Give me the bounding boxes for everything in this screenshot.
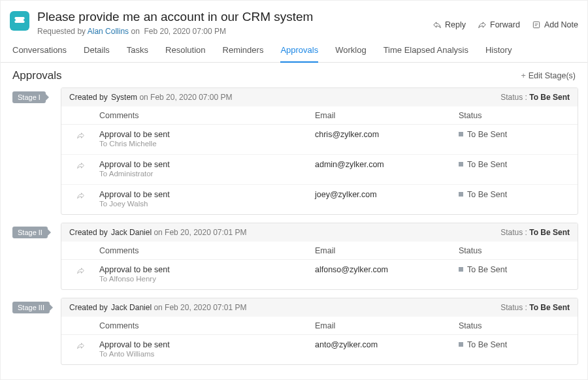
tabs-bar: ConversationsDetailsTasksResolutionRemin… [1,36,587,63]
reply-label: Reply [445,20,466,29]
send-icon[interactable] [61,130,99,142]
ticket-subtitle: Requested by Alan Collins on Feb 20, 202… [37,27,313,36]
stage: Stage IIICreated by Jack Daniel on Feb 2… [12,298,578,365]
approval-status: To Be Sent [459,340,570,349]
requested-on-label: on [131,27,139,36]
approval-email: chris@zylker.com [315,130,459,139]
approval-comment: Approval to be sentTo Chris Michelle [99,130,315,148]
stage-creator: Jack Daniel [111,303,152,312]
add-note-button[interactable]: Add Note [532,20,578,29]
approval-comment: Approval to be sentTo Administrator [99,160,315,178]
col-email: Email [315,246,459,255]
col-email: Email [315,321,459,330]
stage-status: Status : To Be Sent [500,228,570,237]
col-comments: Comments [99,111,315,120]
send-icon[interactable] [61,160,99,172]
section-title: Approvals [12,69,62,82]
approval-comment: Approval to be sentTo Anto Williams [99,340,315,358]
tab-approvals[interactable]: Approvals [280,45,318,63]
approval-email: joey@zylker.com [315,190,459,199]
tab-history[interactable]: History [485,45,512,62]
approval-status: To Be Sent [459,160,570,169]
approval-comment: Approval to be sentTo Joey Walsh [99,190,315,208]
stage-header: Created by Jack Daniel on Feb 20, 2020 0… [61,223,578,242]
requested-by-label: Requested by [37,27,86,36]
stage-on-label: on Feb 20, 2020 07:01 PM [154,303,246,312]
status-square-icon [459,192,463,197]
approval-recipient: To Alfonso Henry [99,275,315,283]
approval-row: Approval to be sentTo Administratoradmin… [61,155,578,185]
ticket-title: Please provide me an account in our CRM … [37,10,313,25]
col-status: Status [459,321,570,330]
stage-badge: Stage III [12,302,50,313]
status-square-icon [459,132,463,136]
created-by-label: Created by [69,228,108,237]
approval-status: To Be Sent [459,130,570,139]
stage-creator: System [111,93,137,102]
columns-header: CommentsEmailStatus [61,106,578,125]
send-icon[interactable] [61,190,99,202]
stages-container: Stage ICreated by System on Feb 20, 2020… [1,87,587,365]
col-status: Status [459,111,570,120]
approval-email: alfonso@zylker.com [315,265,459,274]
reply-icon [433,20,442,29]
approval-recipient: To Administrator [99,170,315,178]
tab-resolution[interactable]: Resolution [165,45,205,62]
note-icon [532,20,541,29]
status-square-icon [459,162,463,166]
approval-row: Approval to be sentTo Joey Walshjoey@zyl… [61,185,578,214]
send-icon[interactable] [61,265,99,277]
stage-header: Created by System on Feb 20, 2020 07:00 … [61,88,578,106]
tab-conversations[interactable]: Conversations [12,45,67,62]
send-icon[interactable] [61,340,99,352]
forward-button[interactable]: Forward [478,20,520,29]
col-email: Email [315,111,459,120]
stage-box: Created by Jack Daniel on Feb 20, 2020 0… [61,298,578,365]
stage-on-label: on Feb 20, 2020 07:01 PM [154,228,246,237]
status-square-icon [459,267,463,272]
stage-box: Created by System on Feb 20, 2020 07:00 … [61,87,578,215]
tab-reminders[interactable]: Reminders [223,45,264,62]
ticket-header: Please provide me an account in our CRM … [1,1,587,36]
approval-recipient: To Anto Williams [99,350,315,358]
approval-email: admin@zylker.com [315,160,459,169]
tab-worklog[interactable]: Worklog [335,45,366,62]
stage-status: Status : To Be Sent [500,93,570,102]
svg-rect-0 [533,22,539,27]
requester-link[interactable]: Alan Collins [88,27,129,36]
approval-comment: Approval to be sentTo Alfonso Henry [99,265,315,283]
columns-header: CommentsEmailStatus [61,242,578,260]
created-by-label: Created by [69,93,108,102]
status-square-icon [459,342,463,347]
stage-box: Created by Jack Daniel on Feb 20, 2020 0… [61,223,578,290]
stage-header: Created by Jack Daniel on Feb 20, 2020 0… [61,298,578,317]
reply-button[interactable]: Reply [433,20,466,29]
approval-row: Approval to be sentTo Alfonso Henryalfon… [61,260,578,289]
header-actions: Reply Forward Add Note [433,20,578,29]
approval-recipient: To Joey Walsh [99,200,315,208]
col-status: Status [459,246,570,255]
forward-icon [478,20,487,29]
stage: Stage ICreated by System on Feb 20, 2020… [12,87,578,215]
ticket-icon [10,11,29,31]
edit-stages-button[interactable]: Edit Stage(s) [521,71,576,80]
approval-row: Approval to be sentTo Anto Williamsanto@… [61,335,578,364]
tab-time-elapsed-analysis[interactable]: Time Elapsed Analysis [384,45,468,62]
col-comments: Comments [99,321,315,330]
approval-recipient: To Chris Michelle [99,140,315,148]
stage-creator: Jack Daniel [111,228,152,237]
stage-status: Status : To Be Sent [500,303,570,312]
approval-status: To Be Sent [459,265,570,274]
stage-on-label: on Feb 20, 2020 07:00 PM [139,93,232,102]
approval-status: To Be Sent [459,190,570,199]
stage: Stage IICreated by Jack Daniel on Feb 20… [12,223,578,290]
stage-badge: Stage I [12,91,46,103]
requested-date: Feb 20, 2020 07:00 PM [144,27,225,36]
approval-email: anto@zylker.com [315,340,459,349]
columns-header: CommentsEmailStatus [61,317,578,335]
col-comments: Comments [99,246,315,255]
forward-label: Forward [490,20,520,29]
tab-details[interactable]: Details [84,45,110,62]
approval-row: Approval to be sentTo Chris Michellechri… [61,125,578,155]
tab-tasks[interactable]: Tasks [127,45,148,62]
